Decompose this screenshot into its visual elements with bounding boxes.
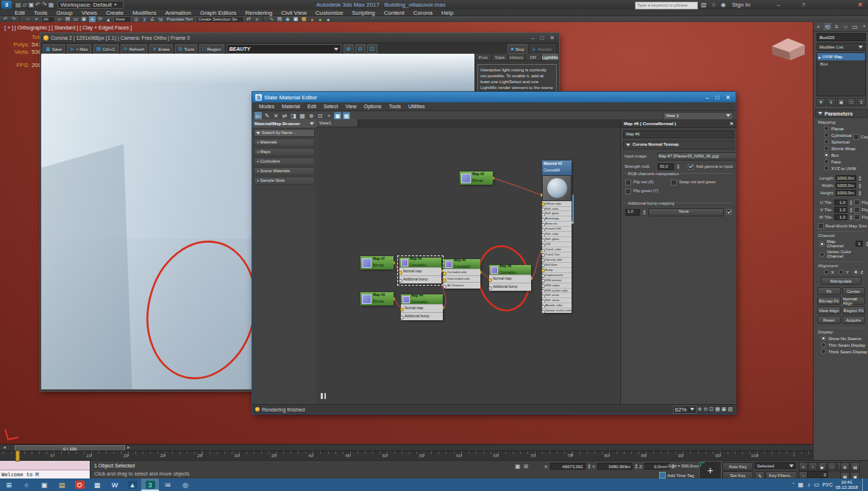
browser-category[interactable]: + Maps: [254, 148, 315, 156]
material-slot[interactable]: Displacement: [542, 272, 572, 278]
mapping-option[interactable]: Box: [824, 152, 868, 158]
curve-editor-icon[interactable]: ∿: [268, 16, 275, 22]
volume-icon[interactable]: ♪: [807, 481, 810, 488]
menu-item[interactable]: Corona: [409, 10, 437, 16]
separator[interactable]: [263, 16, 266, 22]
pin-stack-icon[interactable]: ▼: [817, 98, 825, 106]
vfb-copy-button[interactable]: ▤Ctrl+C: [93, 44, 118, 54]
menu-item[interactable]: Modifiers: [128, 10, 160, 16]
material-slot[interactable]: Self-illum: [542, 262, 572, 267]
spinner[interactable]: [858, 176, 861, 181]
canvas-nav-icon[interactable]: ▧: [728, 406, 733, 412]
align-button[interactable]: Region Fit: [842, 306, 866, 314]
render-production-icon[interactable]: ●: [309, 16, 316, 22]
spinner[interactable]: [643, 210, 646, 215]
node-slot[interactable]: Additional bump: [399, 275, 441, 283]
node-slot[interactable]: Normal map: [399, 267, 441, 275]
spinner[interactable]: [850, 215, 853, 220]
material-slot[interactable]: Refr. color: [542, 231, 572, 236]
zoom-region-icon[interactable]: ⊡: [316, 112, 324, 119]
layout-all-icon[interactable]: ▣: [334, 112, 341, 119]
material-slot[interactable]: Diffuse color: [542, 201, 572, 206]
material-editor-icon[interactable]: ◉: [285, 16, 291, 22]
node-material3-coronamtl[interactable]: Material #3CoronaMtl Diffuse colorRefl. …: [542, 160, 572, 313]
move-children-icon[interactable]: ⇄: [281, 112, 288, 119]
crossing-select-icon[interactable]: ▣: [81, 16, 88, 22]
vfb-zoom-button[interactable]: ⊖: [355, 44, 366, 54]
vfb-channel-dropdown[interactable]: BEAUTY: [227, 44, 341, 54]
slate-menu-item[interactable]: Tools: [385, 104, 405, 109]
app-minimize-button[interactable]: –: [777, 1, 780, 8]
user-icon[interactable]: ◉: [719, 1, 728, 8]
select-by-name-icon[interactable]: ▤: [65, 16, 71, 22]
manipulate-button[interactable]: Manipulate: [821, 277, 861, 285]
material-slot[interactable]: Volume scatter color: [542, 308, 572, 313]
node-slot[interactable]: Additional bump: [401, 312, 443, 320]
swap-rg-checkbox[interactable]: [671, 180, 677, 186]
move-icon[interactable]: +: [89, 16, 96, 22]
material-slot[interactable]: Refl. color: [542, 206, 572, 211]
angle-snap-icon[interactable]: ∠: [149, 16, 156, 22]
flip-green-checkbox[interactable]: [625, 188, 631, 194]
render-iterative-icon[interactable]: ●: [317, 16, 324, 22]
file-explorer-icon[interactable]: ▤: [53, 478, 71, 491]
show-end-result-icon[interactable]: ‖: [827, 98, 836, 106]
z-coordinate-field[interactable]: 0,0mm: [644, 463, 669, 470]
word-icon[interactable]: W: [106, 478, 124, 491]
browser-category[interactable]: + Materials: [254, 138, 315, 146]
node-map6-coronanormal[interactable]: Map #6CoronaNo... Normal mapAdditional b…: [399, 258, 441, 283]
vfb-maximize-button[interactable]: □: [540, 35, 544, 41]
mapping-option[interactable]: Shrink Wrap: [824, 146, 868, 151]
canvas-nav-icon[interactable]: ⊡: [709, 406, 714, 412]
material-slot[interactable]: Aniso rot.: [542, 221, 572, 226]
slate-menu-item[interactable]: Edit: [304, 104, 320, 109]
hierarchy-tab[interactable]: ≡: [833, 23, 840, 30]
opera-icon[interactable]: O: [71, 478, 88, 491]
view-tab[interactable]: View1: [316, 119, 358, 127]
node-map8-coronanormal[interactable]: Map #8CoronaNo... Normal mapAdditional b…: [489, 265, 531, 291]
node-slot[interactable]: Normal map: [401, 304, 443, 312]
favorites-icon[interactable]: ☆: [709, 1, 719, 8]
rollout-corona-normal-texmap[interactable]: Corona Normal Texmap: [623, 141, 734, 149]
node-slot[interactable]: Occluded color: [444, 269, 480, 275]
percent-snap-icon[interactable]: %: [157, 16, 164, 22]
rotate-icon[interactable]: ⟳: [97, 16, 104, 22]
slate-menu-item[interactable]: Modes: [255, 104, 278, 109]
remove-modifier-icon[interactable]: □: [847, 98, 855, 106]
menu-item[interactable]: Views: [77, 10, 102, 16]
mapping-option[interactable]: Spherical: [824, 139, 868, 144]
vfb-tab[interactable]: History: [508, 54, 525, 61]
undo-icon[interactable]: ↶: [2, 16, 9, 22]
transport-button[interactable]: ▶: [818, 462, 827, 471]
sign-in-button[interactable]: Sign In: [732, 1, 750, 8]
vfb-tab[interactable]: LightMix: [542, 54, 559, 61]
canvas-nav-icon[interactable]: ▦: [715, 406, 720, 412]
menu-item[interactable]: Scripting: [348, 10, 380, 16]
align-icon[interactable]: ≡: [254, 16, 260, 22]
vfb-tab[interactable]: DR: [525, 54, 542, 61]
spinner[interactable]: [850, 208, 853, 213]
vfb-send-to-max-button[interactable]: ⊳> Max: [67, 44, 90, 54]
network-icon[interactable]: ▦: [798, 481, 804, 488]
material-slot[interactable]: Opacity color: [542, 257, 572, 262]
material-slot[interactable]: Fresnel IOR: [542, 226, 572, 231]
auto-key-button[interactable]: Auto Key: [722, 462, 753, 471]
spinner[interactable]: [858, 191, 861, 196]
keyboard-icon[interactable]: ▭: [814, 481, 819, 488]
menu-item[interactable]: Create: [102, 10, 128, 16]
pan-icon[interactable]: +: [325, 112, 332, 119]
display-option[interactable]: Show No Seams: [821, 336, 868, 341]
vfb-tab[interactable]: Stats: [492, 54, 509, 61]
modify-tab[interactable]: ⟲: [824, 23, 831, 30]
new-scene-icon[interactable]: ▤: [15, 1, 22, 8]
real-world-checkbox[interactable]: [818, 223, 824, 229]
schematic-view-icon[interactable]: ▤: [277, 16, 283, 22]
browser-category[interactable]: + Controllers: [254, 158, 315, 166]
spinner[interactable]: [588, 464, 591, 469]
modifier-stack-item[interactable]: Box: [817, 60, 865, 68]
axis-radio[interactable]: X: [824, 269, 834, 275]
slate-view-dropdown[interactable]: View 1: [663, 112, 733, 120]
vfb-minimize-button[interactable]: –: [531, 35, 534, 41]
show-background-icon[interactable]: ▦: [299, 112, 306, 119]
node-slot[interactable]: Additional bump: [489, 283, 531, 291]
